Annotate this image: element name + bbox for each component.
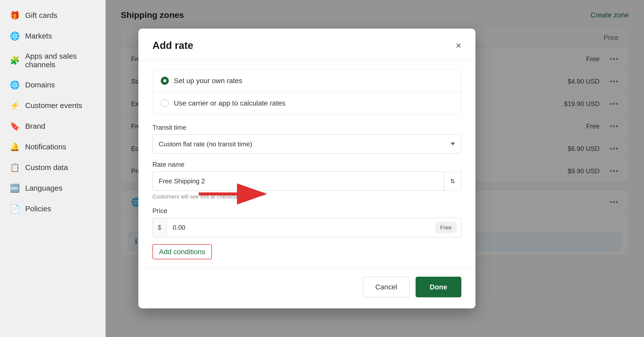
- sidebar-label-markets: Markets: [25, 32, 52, 40]
- sidebar-item-custom-data[interactable]: 📋 Custom data: [0, 157, 105, 178]
- price-input-row: $ Free: [152, 218, 461, 237]
- currency-symbol: $: [153, 218, 167, 237]
- rate-type-options: Set up your own rates Use carrier or app…: [152, 70, 461, 115]
- own-rates-label: Set up your own rates: [174, 77, 242, 85]
- price-label: Price: [152, 207, 461, 215]
- sidebar-label-notifications: Notifications: [25, 143, 66, 151]
- sidebar-label-languages: Languages: [25, 184, 62, 192]
- sidebar-label-brand: Brand: [25, 122, 45, 130]
- brand-icon: 🔖: [10, 121, 20, 131]
- sidebar-item-markets[interactable]: 🌐 Markets: [0, 26, 105, 46]
- modal-header: Add rate ×: [138, 29, 475, 60]
- markets-icon: 🌐: [10, 31, 20, 41]
- modal-close-button[interactable]: ×: [456, 41, 461, 50]
- transit-time-select[interactable]: Custom flat rate (no transit time): [152, 134, 461, 154]
- rate-name-hint: Customers will see this at checkout.: [152, 193, 461, 200]
- sidebar-item-notifications[interactable]: 🔔 Notifications: [0, 137, 105, 157]
- done-button[interactable]: Done: [416, 277, 461, 297]
- apps-icon: 🧩: [10, 56, 20, 65]
- modal-footer: Cancel Done: [138, 268, 475, 309]
- carrier-rates-label: Use carrier or app to calculate rates: [174, 99, 286, 107]
- add-rate-modal: Add rate × Set up your own rates Use car…: [138, 29, 475, 309]
- sidebar-label-gift-cards: Gift cards: [25, 11, 57, 20]
- sidebar-label-custom-data: Custom data: [25, 163, 68, 172]
- transit-time-field: Transit time Custom flat rate (no transi…: [152, 124, 461, 154]
- rate-name-input-row: ⇅: [152, 172, 461, 191]
- sidebar-label-apps: Apps and sales channels: [25, 52, 95, 69]
- own-rates-radio[interactable]: [161, 77, 169, 85]
- sidebar-item-brand[interactable]: 🔖 Brand: [0, 116, 105, 137]
- sidebar-label-domains: Domains: [25, 81, 55, 89]
- rate-name-label: Rate name: [152, 161, 461, 168]
- rate-name-input[interactable]: [152, 172, 444, 191]
- gift-card-icon: 🎁: [10, 11, 20, 20]
- sidebar-item-domains[interactable]: 🌐 Domains: [0, 75, 105, 95]
- custom-data-icon: 📋: [10, 163, 20, 172]
- sidebar-item-gift-cards[interactable]: 🎁 Gift cards: [0, 5, 105, 26]
- carrier-rates-option[interactable]: Use carrier or app to calculate rates: [153, 92, 461, 114]
- rate-name-expand-button[interactable]: ⇅: [444, 172, 461, 191]
- sidebar-item-apps-sales-channels[interactable]: 🧩 Apps and sales channels: [0, 46, 105, 75]
- sidebar-item-languages[interactable]: 🔤 Languages: [0, 178, 105, 198]
- add-conditions-button[interactable]: Add conditions: [152, 244, 212, 259]
- cancel-button[interactable]: Cancel: [363, 277, 410, 297]
- languages-icon: 🔤: [10, 183, 20, 193]
- sidebar-label-policies: Policies: [25, 205, 51, 213]
- sidebar-item-policies[interactable]: 📄 Policies: [0, 198, 105, 219]
- customer-events-icon: ⚡: [10, 101, 20, 110]
- price-field: Price $ Free: [152, 207, 461, 237]
- policies-icon: 📄: [10, 204, 20, 214]
- notifications-icon: 🔔: [10, 142, 20, 152]
- own-rates-option[interactable]: Set up your own rates: [153, 70, 461, 92]
- sidebar-label-customer-events: Customer events: [25, 101, 82, 110]
- domains-icon: 🌐: [10, 80, 20, 90]
- free-badge: Free: [435, 222, 457, 233]
- sidebar-item-customer-events[interactable]: ⚡ Customer events: [0, 95, 105, 116]
- price-input[interactable]: [167, 218, 430, 237]
- carrier-rates-radio[interactable]: [161, 99, 169, 107]
- modal-body: Set up your own rates Use carrier or app…: [138, 60, 475, 268]
- transit-time-label: Transit time: [152, 124, 461, 131]
- rate-name-field: Rate name ⇅ Customers will see this at c…: [152, 161, 461, 200]
- modal-title: Add rate: [152, 40, 193, 51]
- sidebar: 🎁 Gift cards 🌐 Markets 🧩 Apps and sales …: [0, 0, 106, 337]
